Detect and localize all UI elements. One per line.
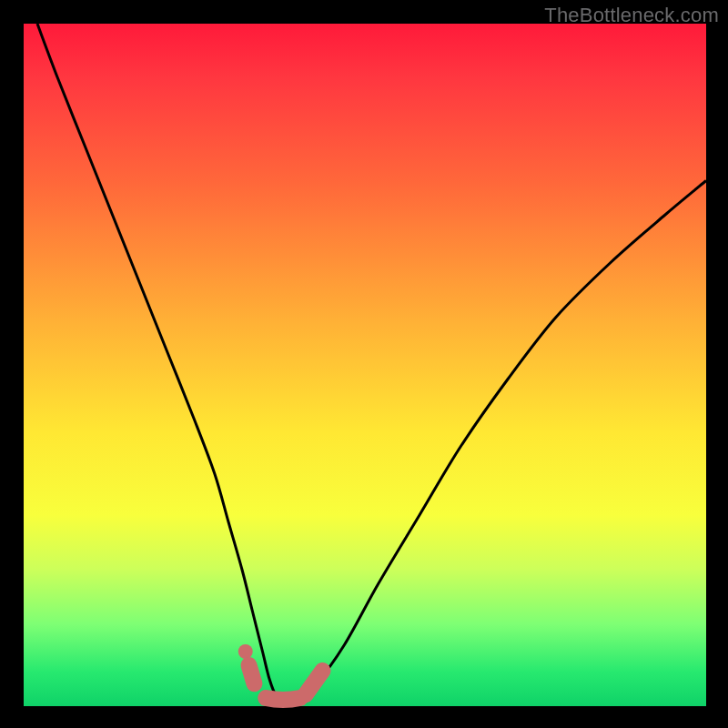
curve-layer bbox=[24, 24, 706, 706]
chart-stage: TheBottleneck.com bbox=[0, 0, 728, 728]
marker-dot bbox=[238, 644, 253, 659]
marker-right-dash bbox=[306, 671, 323, 694]
bottleneck-curve bbox=[37, 24, 706, 700]
plot-area bbox=[24, 24, 706, 706]
marker-floor-band bbox=[266, 698, 300, 700]
marker-left-dash bbox=[249, 665, 255, 683]
highlight-markers bbox=[238, 644, 323, 700]
